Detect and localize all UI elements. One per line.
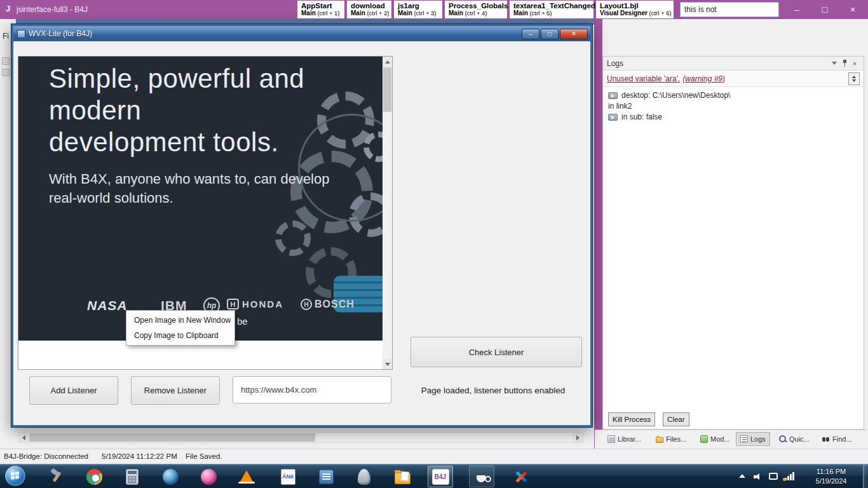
display-icon[interactable] — [769, 473, 778, 480]
tab-quick-search[interactable]: Quic... — [775, 432, 813, 446]
tab-shortcut: (ctrl + 1) — [317, 10, 339, 17]
taskbar-clock[interactable]: 11:16 PM 5/19/2024 — [804, 467, 858, 486]
warning-note: (warning #9) — [682, 74, 725, 83]
calculator-icon[interactable] — [119, 466, 145, 487]
tab-appstart[interactable]: AppStart Main (ctrl + 1) — [297, 1, 344, 18]
hero-heading: Simple, powerful and modern development … — [49, 63, 304, 158]
tab-js1arg[interactable]: js1arg Main (ctrl + 3) — [394, 1, 442, 18]
menu-item-open-image[interactable]: Open Image in New Window — [126, 313, 234, 328]
clock-date: 5/19/2024 — [804, 477, 858, 486]
tab-layout1[interactable]: Layout1.bjl Visual Designer (ctrl + 6) — [596, 1, 674, 18]
statue-app-icon[interactable] — [351, 466, 377, 487]
character-map-icon[interactable]: ÄNé — [275, 466, 301, 487]
ide-window-title: jsinterface-full3 - B4J — [17, 5, 88, 14]
scrollbar-thumb[interactable] — [29, 433, 315, 442]
clock-time: 11:16 PM — [804, 467, 858, 477]
warning-spinner-control[interactable] — [848, 72, 860, 85]
tab-label: AppStart — [301, 2, 341, 10]
volume-icon[interactable] — [754, 473, 763, 480]
tab-label: download — [351, 2, 388, 10]
warning-row[interactable]: Unused variable 'ara'. (warning #9) — [603, 71, 864, 87]
left-toolbar-icon[interactable] — [2, 57, 10, 65]
logs-buttons-row: Kill Process Clear — [603, 410, 864, 429]
webview-vertical-scrollbar[interactable] — [383, 57, 392, 369]
remove-listener-button[interactable]: Remove Listener — [131, 376, 220, 405]
partial-text: be — [237, 316, 248, 327]
nasa-logo: NASA — [87, 298, 128, 313]
tab-scope: Main — [301, 10, 316, 17]
tab-scope: Visual Designer — [600, 10, 648, 17]
tab-textarea-textchanged[interactable]: textarea1_TextChanged Main (ctrl + 5) — [510, 1, 593, 18]
close-button[interactable]: × — [840, 0, 865, 19]
clear-logs-button[interactable]: Clear — [663, 412, 689, 426]
editor-app-icon[interactable] — [313, 466, 339, 487]
hammer-app-icon[interactable] — [43, 466, 69, 487]
show-hidden-icons-button[interactable] — [739, 474, 745, 478]
b4j-taskbar-icon[interactable]: B4J — [428, 466, 453, 487]
java-icon[interactable] — [469, 466, 494, 487]
tab-process-globals[interactable]: Process_Globals Main (ctrl + 4) — [445, 1, 507, 18]
chevron-down-icon[interactable] — [829, 58, 839, 69]
library-icon — [607, 435, 615, 443]
wvx-close-button[interactable]: × — [560, 29, 588, 39]
image-context-menu: Open Image in New Window Copy Image to C… — [126, 310, 235, 346]
log-entry-icon — [608, 114, 618, 121]
tab-scope: Main — [398, 10, 412, 17]
close-panel-icon[interactable]: × — [850, 58, 860, 69]
maximize-button[interactable]: □ — [812, 0, 837, 19]
quick-search-box: × — [680, 2, 779, 17]
log-entry: desktop: C:\Users\new\Desktop\ — [608, 90, 858, 100]
globe-browser-icon[interactable] — [158, 466, 183, 487]
tab-files[interactable]: Files... — [652, 432, 690, 446]
file-manager-icon[interactable] — [390, 466, 415, 487]
tab-libraries[interactable]: Librar... — [604, 432, 645, 446]
bosch-logo: H BOSCH — [301, 299, 355, 310]
left-toolbar-icon[interactable] — [2, 69, 10, 76]
show-desktop-button[interactable] — [863, 464, 868, 488]
wvx-minimize-button[interactable]: – — [522, 29, 539, 39]
tab-find-all[interactable]: Find... — [818, 432, 856, 446]
tab-download[interactable]: download Main (ctrl + 2) — [347, 1, 391, 18]
vlc-icon[interactable] — [234, 466, 259, 487]
wvx-window-icon — [17, 30, 25, 38]
file-saved-status: File Saved. — [186, 452, 222, 460]
chrome-icon[interactable] — [81, 466, 107, 487]
logs-panel: Logs × Unused variable 'ara'. (warning #… — [602, 56, 864, 430]
add-listener-button[interactable]: Add Listener — [29, 376, 118, 405]
ide-horizontal-scrollbar[interactable] — [18, 432, 583, 443]
log-list-icon — [740, 435, 748, 443]
scroll-down-button[interactable] — [383, 359, 392, 369]
ide-status-bar: B4J-Bridge: Disconnected 5/19/2024 11:12… — [0, 449, 868, 464]
pink-ball-app-icon[interactable] — [196, 466, 221, 487]
scroll-up-button[interactable] — [383, 57, 392, 67]
wvx-maximize-button[interactable]: □ — [541, 29, 559, 39]
tab-modules[interactable]: Mod... — [696, 432, 734, 446]
folder-icon — [656, 437, 663, 443]
search-input[interactable] — [681, 5, 787, 14]
tab-label: textarea1_TextChanged — [513, 2, 590, 10]
minimize-button[interactable]: – — [784, 0, 810, 19]
log-entry-text: in link2 — [608, 101, 632, 111]
magnifier-icon — [779, 435, 787, 443]
url-input[interactable] — [233, 385, 391, 395]
tab-logs[interactable]: Logs — [736, 432, 770, 446]
status-timestamp: 5/19/2024 11:12:22 PM — [102, 452, 177, 460]
tab-scope: Main — [351, 10, 365, 17]
scrollbar-thumb[interactable] — [383, 67, 391, 112]
b4j-app-icon: J — [6, 4, 10, 13]
wvx-titlebar[interactable]: WVX-Lite (for B4J) – □ × — [13, 26, 590, 41]
start-button[interactable] — [5, 466, 25, 486]
tab-shortcut: (ctrl + 5) — [529, 10, 552, 17]
x-logo-app-icon[interactable] — [508, 466, 534, 487]
tab-shortcut: (ctrl + 3) — [414, 10, 436, 17]
scroll-left-button[interactable] — [18, 433, 29, 442]
scroll-right-button[interactable] — [573, 433, 583, 442]
file-menu-partial[interactable]: Fi — [3, 32, 9, 41]
pin-icon[interactable] — [839, 58, 850, 69]
network-icon[interactable] — [785, 472, 794, 480]
kill-process-button[interactable]: Kill Process — [608, 412, 655, 426]
check-listener-button[interactable]: Check Listener — [410, 337, 582, 367]
menu-item-copy-image[interactable]: Copy Image to Clipboard — [126, 328, 234, 343]
gear-icon — [275, 220, 311, 256]
taskbar: ÄNé B4J 11:16 PM 5/19/2024 — [0, 464, 868, 488]
